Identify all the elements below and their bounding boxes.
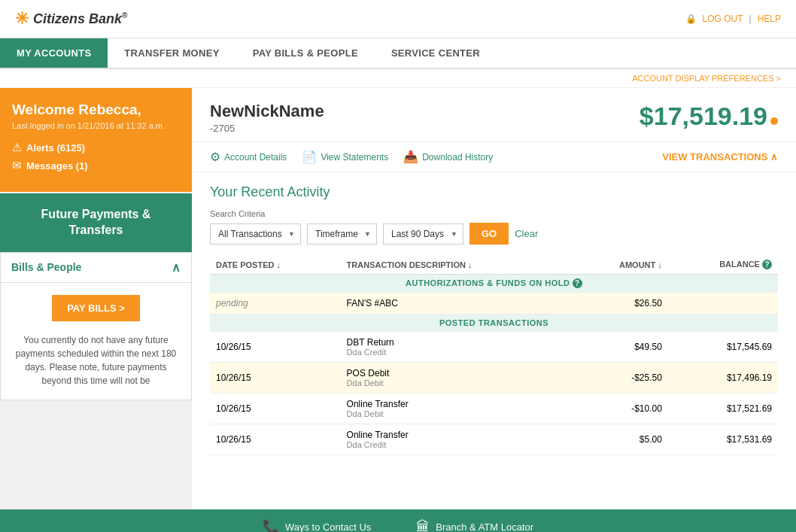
welcome-greeting: Welcome Rebecca,: [12, 102, 180, 118]
tx3-description-sub: Dda Debit: [347, 409, 569, 418]
date-range-select[interactable]: Last 90 Days: [383, 223, 463, 245]
main-content: Welcome Rebecca, Last logged in on 1/21/…: [0, 88, 796, 509]
tx4-description: Online Transfer: [347, 430, 569, 440]
search-criteria-label: Search Criteria: [210, 209, 778, 218]
alerts-label: Alerts (6125): [26, 142, 85, 154]
welcome-box: Welcome Rebecca, Last logged in on 1/21/…: [0, 88, 192, 192]
clear-link[interactable]: Clear: [515, 228, 538, 239]
main-nav: MY ACCOUNTS TRANSFER MONEY PAY BILLS & P…: [0, 38, 796, 69]
nav-my-accounts[interactable]: MY ACCOUNTS: [0, 38, 108, 68]
account-header: NewNickName -2705 $17,519.19: [192, 88, 796, 142]
logo-star-icon: ✳: [15, 9, 29, 29]
tx2-balance: $17,496.19: [727, 372, 772, 383]
tx1-description: DBT Return: [347, 337, 569, 348]
statements-icon: 📄: [302, 150, 317, 164]
tx3-balance: $17,521.69: [727, 403, 772, 414]
posted-transactions-header-row: POSTED TRANSACTIONS: [210, 315, 778, 332]
tx4-description-sub: Dda Credit: [347, 440, 569, 449]
amount-header[interactable]: AMOUNT ↓: [575, 255, 668, 275]
recent-activity-section: Your Recent Activity Search Criteria All…: [192, 172, 796, 467]
posted-transactions-label: POSTED TRANSACTIONS: [439, 318, 548, 327]
account-display-preferences[interactable]: ACCOUNT DISPLAY PREFERENCES >: [0, 69, 796, 88]
nav-service-center[interactable]: SERVICE CENTER: [375, 38, 497, 68]
view-statements-link[interactable]: 📄 View Statements: [302, 150, 388, 164]
last-logged-text: Last logged in on 1/21/2016 at 11:32 a.m…: [12, 121, 180, 130]
pending-description: FAN'S #ABC: [347, 298, 398, 309]
account-actions: ⚙ Account Details 📄 View Statements 📥 Do…: [192, 142, 796, 172]
tx3-date: 10/26/15: [216, 403, 251, 414]
lock-icon: 🔒: [685, 14, 697, 24]
tx4-amount: $5.00: [640, 434, 662, 445]
table-row: 10/26/15 Online Transfer Dda Credit $5.0…: [210, 424, 778, 455]
balance-help-icon[interactable]: ?: [762, 260, 772, 269]
balance-amount: $17,519.19: [640, 102, 767, 130]
description-header[interactable]: TRANSACTION DESCRIPTION ↓: [341, 255, 575, 275]
recent-activity-title: Your Recent Activity: [210, 184, 778, 200]
bills-people-label: Bills & People: [11, 261, 81, 273]
bills-people-header[interactable]: Bills & People ∧: [1, 253, 191, 283]
bank-building-icon: 🏛: [416, 519, 430, 533]
sidebar: Welcome Rebecca, Last logged in on 1/21/…: [0, 88, 192, 509]
table-row: 10/26/15 POS Debit Dda Debit -$25.50 $17…: [210, 363, 778, 394]
account-nickname: NewNickName: [210, 102, 324, 121]
tx1-balance: $17,545.69: [727, 342, 772, 352]
transactions-table: DATE POSTED ↓ TRANSACTION DESCRIPTION ↓ …: [210, 255, 778, 455]
bills-info-text: You currently do not have any future pay…: [1, 333, 191, 400]
tx1-amount: $49.50: [634, 342, 662, 352]
date-posted-header[interactable]: DATE POSTED ↓: [210, 255, 341, 275]
tx2-description-sub: Dda Debit: [347, 378, 569, 388]
balance-header: BALANCE ?: [668, 255, 778, 275]
view-statements-label: View Statements: [321, 152, 388, 163]
bills-people-section: Bills & People ∧ PAY BILLS > You current…: [0, 252, 192, 400]
download-history-link[interactable]: 📥 Download History: [403, 150, 493, 164]
footer: 📞 Ways to Contact Us 🏛 Branch & ATM Loca…: [0, 509, 796, 532]
header-separator: |: [749, 14, 752, 24]
account-number: -2705: [210, 123, 324, 134]
view-transactions-button[interactable]: VIEW TRANSACTIONS ∧: [662, 151, 778, 163]
nav-transfer-money[interactable]: TRANSFER MONEY: [108, 38, 235, 68]
table-row: pending FAN'S #ABC $26.50: [210, 293, 778, 315]
pay-bills-button[interactable]: PAY BILLS >: [52, 295, 140, 321]
table-header-row: DATE POSTED ↓ TRANSACTION DESCRIPTION ↓ …: [210, 255, 778, 275]
account-details-link[interactable]: ⚙ Account Details: [210, 150, 287, 164]
tx2-date: 10/26/15: [216, 372, 251, 383]
alert-icon: ⚠: [12, 141, 22, 154]
view-transactions-label: VIEW TRANSACTIONS ∧: [662, 151, 778, 163]
download-icon: 📥: [403, 150, 418, 164]
tx2-description: POS Debit: [347, 368, 569, 378]
download-history-label: Download History: [422, 152, 493, 163]
timeframe-wrapper: Timeframe: [307, 223, 377, 245]
gear-icon: ⚙: [210, 150, 220, 164]
account-details-label: Account Details: [224, 152, 287, 163]
chevron-up-icon: ∧: [172, 260, 181, 275]
table-row: 10/26/15 DBT Return Dda Credit $49.50 $1…: [210, 332, 778, 363]
tx3-amount: -$10.00: [631, 403, 662, 414]
acct-prefs-label: ACCOUNT DISPLAY PREFERENCES >: [632, 74, 781, 83]
branch-locator-label: Branch & ATM Locator: [436, 521, 533, 533]
help-link[interactable]: HELP: [758, 14, 781, 24]
logout-link[interactable]: LOG OUT: [703, 14, 743, 24]
contact-us-item[interactable]: 📞 Ways to Contact Us: [263, 518, 371, 532]
timeframe-select[interactable]: Timeframe: [307, 223, 377, 245]
pending-amount: $26.50: [634, 298, 662, 309]
phone-icon: 📞: [263, 518, 279, 532]
balance-indicator: [770, 117, 778, 125]
tx3-description: Online Transfer: [347, 399, 569, 409]
future-payments-box[interactable]: Future Payments &Transfers: [0, 193, 192, 252]
logo-reg: ®: [122, 11, 127, 20]
account-balance: $17,519.19: [640, 102, 778, 131]
logo: ✳ Citizens Bank®: [15, 9, 127, 29]
tx1-date: 10/26/15: [216, 342, 251, 352]
date-range-wrapper: Last 90 Days: [383, 223, 463, 245]
transaction-type-select[interactable]: All Transactions: [210, 223, 301, 245]
tx1-description-sub: Dda Credit: [347, 348, 569, 357]
branch-locator-item[interactable]: 🏛 Branch & ATM Locator: [416, 519, 533, 533]
transaction-type-wrapper: All Transactions: [210, 223, 301, 245]
nav-pay-bills[interactable]: PAY BILLS & PEOPLE: [236, 38, 375, 68]
authorizations-help-icon[interactable]: ?: [573, 278, 582, 288]
messages-row[interactable]: ✉ Messages (1): [12, 159, 180, 172]
go-button[interactable]: GO: [469, 223, 509, 245]
alerts-row[interactable]: ⚠ Alerts (6125): [12, 141, 180, 154]
message-icon: ✉: [12, 159, 22, 172]
future-payments-title: Future Payments &Transfers: [12, 207, 180, 239]
